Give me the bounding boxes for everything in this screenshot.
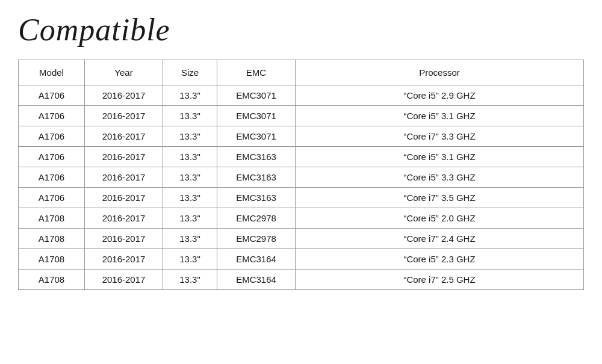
cell-r5-c3: EMC3163 <box>217 188 296 208</box>
cell-r2-c0: A1706 <box>19 126 85 147</box>
table-row: A17082016-201713.3"EMC2978“Core i7” 2.4 … <box>19 229 584 249</box>
header-emc: EMC <box>217 60 296 85</box>
table-row: A17082016-201713.3"EMC2978“Core i5” 2.0 … <box>19 208 584 229</box>
cell-r8-c3: EMC3164 <box>217 249 296 270</box>
cell-r9-c0: A1708 <box>19 270 85 290</box>
header-year: Year <box>85 60 163 85</box>
compatibility-table: Model Year Size EMC Processor A17062016-… <box>18 60 584 290</box>
table-row: A17062016-201713.3"EMC3163“Core i5” 3.1 … <box>19 147 584 167</box>
table-row: A17062016-201713.3"EMC3163“Core i7” 3.5 … <box>19 188 584 208</box>
header-size: Size <box>163 60 217 85</box>
cell-r7-c2: 13.3" <box>163 229 217 249</box>
cell-r1-c0: A1706 <box>19 106 85 126</box>
cell-r4-c4: “Core i5” 3.3 GHZ <box>296 167 584 188</box>
cell-r3-c4: “Core i5” 3.1 GHZ <box>296 147 584 167</box>
cell-r1-c2: 13.3" <box>163 106 217 126</box>
cell-r2-c2: 13.3" <box>163 126 217 147</box>
cell-r3-c2: 13.3" <box>163 147 217 167</box>
cell-r7-c0: A1708 <box>19 229 85 249</box>
page-title: Compatible <box>18 12 584 48</box>
cell-r6-c0: A1708 <box>19 208 85 229</box>
cell-r9-c1: 2016-2017 <box>85 270 163 290</box>
cell-r6-c2: 13.3" <box>163 208 217 229</box>
cell-r5-c0: A1706 <box>19 188 85 208</box>
cell-r9-c3: EMC3164 <box>217 270 296 290</box>
cell-r8-c0: A1708 <box>19 249 85 270</box>
cell-r8-c4: “Core i5” 2.3 GHZ <box>296 249 584 270</box>
cell-r6-c1: 2016-2017 <box>85 208 163 229</box>
cell-r1-c3: EMC3071 <box>217 106 296 126</box>
table-row: A17082016-201713.3"EMC3164“Core i7” 2.5 … <box>19 270 584 290</box>
cell-r2-c4: “Core i7” 3.3 GHZ <box>296 126 584 147</box>
cell-r4-c3: EMC3163 <box>217 167 296 188</box>
table-row: A17062016-201713.3"EMC3071“Core i5” 2.9 … <box>19 85 584 106</box>
cell-r7-c1: 2016-2017 <box>85 229 163 249</box>
table-row: A17082016-201713.3"EMC3164“Core i5” 2.3 … <box>19 249 584 270</box>
cell-r0-c1: 2016-2017 <box>85 85 163 106</box>
cell-r0-c2: 13.3" <box>163 85 217 106</box>
cell-r5-c2: 13.3" <box>163 188 217 208</box>
table-row: A17062016-201713.3"EMC3163“Core i5” 3.3 … <box>19 167 584 188</box>
cell-r2-c1: 2016-2017 <box>85 126 163 147</box>
cell-r3-c1: 2016-2017 <box>85 147 163 167</box>
header-proc: Processor <box>296 60 584 85</box>
cell-r7-c3: EMC2978 <box>217 229 296 249</box>
table-row: A17062016-201713.3"EMC3071“Core i5” 3.1 … <box>19 106 584 126</box>
cell-r2-c3: EMC3071 <box>217 126 296 147</box>
cell-r0-c3: EMC3071 <box>217 85 296 106</box>
table-header-row: Model Year Size EMC Processor <box>19 60 584 85</box>
cell-r7-c4: “Core i7” 2.4 GHZ <box>296 229 584 249</box>
cell-r4-c0: A1706 <box>19 167 85 188</box>
cell-r3-c3: EMC3163 <box>217 147 296 167</box>
cell-r3-c0: A1706 <box>19 147 85 167</box>
cell-r9-c4: “Core i7” 2.5 GHZ <box>296 270 584 290</box>
cell-r8-c2: 13.3" <box>163 249 217 270</box>
cell-r4-c2: 13.3" <box>163 167 217 188</box>
cell-r1-c1: 2016-2017 <box>85 106 163 126</box>
cell-r6-c4: “Core i5” 2.0 GHZ <box>296 208 584 229</box>
cell-r8-c1: 2016-2017 <box>85 249 163 270</box>
header-model: Model <box>19 60 85 85</box>
cell-r5-c4: “Core i7” 3.5 GHZ <box>296 188 584 208</box>
cell-r6-c3: EMC2978 <box>217 208 296 229</box>
cell-r1-c4: “Core i5” 3.1 GHZ <box>296 106 584 126</box>
cell-r4-c1: 2016-2017 <box>85 167 163 188</box>
table-row: A17062016-201713.3"EMC3071“Core i7” 3.3 … <box>19 126 584 147</box>
cell-r9-c2: 13.3" <box>163 270 217 290</box>
cell-r0-c4: “Core i5” 2.9 GHZ <box>296 85 584 106</box>
cell-r5-c1: 2016-2017 <box>85 188 163 208</box>
cell-r0-c0: A1706 <box>19 85 85 106</box>
